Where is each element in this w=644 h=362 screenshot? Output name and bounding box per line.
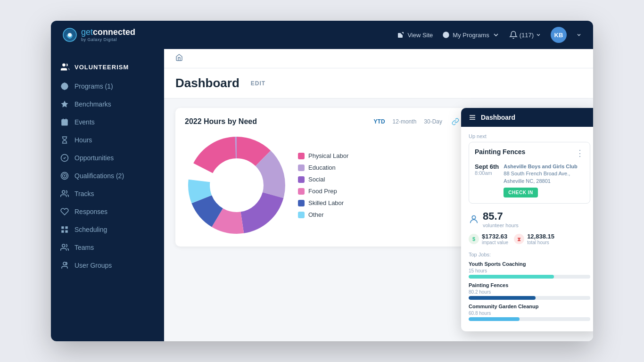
- calendar-icon: [60, 118, 69, 126]
- link-icon[interactable]: [452, 118, 459, 125]
- svg-point-12: [64, 175, 66, 177]
- legend-education: Education: [298, 164, 348, 171]
- edit-button[interactable]: EDIT: [247, 78, 269, 89]
- share-icon: [397, 31, 405, 39]
- total-hours-col: 12,838.15 total hours: [527, 233, 554, 245]
- user-chevron-icon: [576, 32, 582, 38]
- logo-text: getconnected by Galaxy Digital: [81, 28, 135, 42]
- overlay-body: Up next Painting Fences ⋮ Sept 6th 8:00a…: [461, 127, 593, 331]
- job-item-2: Painting Fences 80.2 hours: [469, 282, 590, 300]
- bell-icon: [509, 31, 518, 39]
- job-name-1: Youth Sports Coaching: [469, 261, 590, 267]
- team-icon: [60, 243, 69, 252]
- job-item-1: Youth Sports Coaching 15 hours: [469, 261, 590, 279]
- hours-by-need-card: 2022 Hours by Need YTD 12-month 30-Day: [175, 108, 469, 247]
- svg-point-1: [68, 33, 72, 37]
- svg-rect-16: [66, 230, 68, 233]
- job-hours-3: 60.8 hours: [469, 311, 590, 316]
- event-card: Painting Fences ⋮ Sept 6th 8:00am Ashevi…: [469, 142, 590, 204]
- dashboard-body: 2022 Hours by Need YTD 12-month 30-Day: [164, 99, 593, 256]
- job-bar-1: [469, 275, 554, 279]
- job-bar-bg-1: [469, 275, 590, 279]
- chart-legend: Physical Labor Education Social: [298, 152, 348, 218]
- my-programs-button[interactable]: My Programs: [442, 31, 499, 39]
- total-hours-value: 12,838.15: [527, 233, 554, 240]
- impact-label: impact value: [482, 240, 508, 245]
- person-icon: [469, 214, 479, 224]
- chart-title: 2022 Hours by Need: [185, 117, 257, 126]
- volunteer-count-label: volunteer hours: [483, 222, 519, 228]
- sidebar-item-events[interactable]: Events: [51, 113, 164, 131]
- sidebar-item-benchmarks[interactable]: Benchmarks: [51, 95, 164, 113]
- check-circle-icon: [60, 154, 69, 162]
- sidebar-item-scheduling[interactable]: Scheduling: [51, 221, 164, 239]
- donut-chart: [185, 133, 289, 237]
- heart-icon: [60, 207, 69, 216]
- event-time: 8:00am: [475, 170, 499, 176]
- legend-dot-education: [298, 165, 305, 171]
- legend-dot-other: [298, 212, 305, 218]
- user-avatar[interactable]: KB: [551, 27, 567, 43]
- legend-food-prep: Food Prep: [298, 188, 348, 195]
- up-next-label: Up next: [469, 133, 590, 139]
- event-options-button[interactable]: ⋮: [576, 148, 584, 158]
- tracks-icon: [60, 189, 69, 198]
- svg-rect-5: [61, 119, 68, 126]
- logo-sub: by Galaxy Digital: [81, 37, 135, 42]
- tab-30day[interactable]: 30-Day: [422, 117, 444, 126]
- target-icon: [60, 172, 69, 180]
- sidebar-item-responses[interactable]: Responses: [51, 203, 164, 221]
- star-icon: [60, 100, 69, 108]
- sidebar-item-programs[interactable]: Programs (1): [51, 77, 164, 95]
- logo-main: getconnected: [81, 28, 135, 37]
- sidebar-section-volunteerism: VOLUNTEERISM: [51, 58, 164, 77]
- job-item-3: Community Garden Cleanup 60.8 hours: [469, 304, 590, 321]
- event-details: Sept 6th 8:00am Asheville Boys and Girls…: [475, 163, 584, 197]
- overlay-dashboard-card: Dashboard Up next Painting Fences ⋮ Sept: [461, 108, 593, 331]
- sidebar-item-opportunities[interactable]: Opportunities: [51, 149, 164, 167]
- sidebar: VOLUNTEERISM Programs (1) Benchmarks Eve…: [51, 49, 164, 341]
- legend-dot-physical-labor: [298, 153, 305, 159]
- sidebar-item-hours[interactable]: Hours: [51, 131, 164, 149]
- legend-dot-food-prep: [298, 188, 305, 195]
- view-site-button[interactable]: View Site: [397, 31, 433, 39]
- job-name-3: Community Garden Cleanup: [469, 304, 590, 309]
- tab-12month[interactable]: 12-month: [391, 117, 419, 126]
- tab-ytd[interactable]: YTD: [372, 117, 387, 126]
- home-icon[interactable]: [175, 54, 183, 61]
- svg-rect-13: [61, 226, 64, 229]
- menu-icon: [469, 114, 476, 121]
- volunteer-count-col: 85.7 volunteer hours: [483, 210, 519, 228]
- job-hours-1: 15 hours: [469, 268, 590, 273]
- sidebar-item-teams[interactable]: Teams: [51, 239, 164, 256]
- sidebar-item-user-groups[interactable]: User Groups: [51, 256, 164, 274]
- job-bar-bg-3: [469, 317, 590, 321]
- impact-value-item: $ $1732.63 impact value: [469, 233, 508, 245]
- hourglass-small-icon: ⧗: [514, 234, 524, 244]
- notification-button[interactable]: (117): [509, 31, 541, 39]
- nav-right: View Site My Programs (117) KB: [397, 27, 582, 43]
- globe-icon: [60, 82, 69, 90]
- event-date-col: Sept 6th 8:00am: [475, 163, 499, 197]
- event-address2: Asheville NC, 28801: [504, 178, 578, 185]
- chart-body: Physical Labor Education Social: [185, 133, 459, 237]
- sidebar-item-qualifications[interactable]: Qualifications (2): [51, 167, 164, 185]
- svg-rect-15: [61, 230, 64, 233]
- top-nav: getconnected by Galaxy Digital View Site…: [51, 21, 593, 49]
- check-in-button[interactable]: CHECK IN: [504, 188, 537, 197]
- event-card-header: Painting Fences ⋮: [475, 148, 584, 158]
- total-hours-label: total hours: [527, 240, 554, 245]
- impact-value: $1732.63: [482, 233, 508, 240]
- dollar-icon: $: [469, 234, 479, 244]
- job-hours-2: 80.2 hours: [469, 289, 590, 295]
- legend-skilled-labor: Skilled Labor: [298, 199, 348, 206]
- job-bar-bg-2: [469, 296, 590, 300]
- svg-marker-4: [61, 101, 68, 107]
- legend-social: Social: [298, 176, 348, 183]
- users-icon: [60, 261, 69, 270]
- svg-rect-14: [66, 226, 68, 229]
- sidebar-item-tracks[interactable]: Tracks: [51, 185, 164, 203]
- logo-icon: [62, 27, 77, 42]
- legend-other: Other: [298, 211, 348, 218]
- page-header: Dashboard EDIT: [164, 68, 593, 99]
